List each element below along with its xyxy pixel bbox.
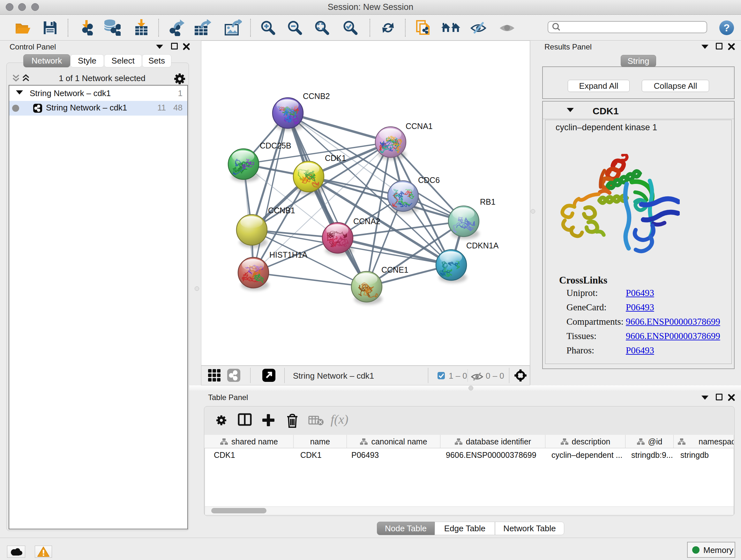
svg-text:CCNA2: CCNA2 [353, 217, 381, 226]
svg-text:CCNA1: CCNA1 [406, 122, 433, 131]
svg-text:CDC6: CDC6 [418, 176, 440, 185]
svg-text:RB1: RB1 [480, 197, 495, 206]
svg-text:HIST1H1A: HIST1H1A [269, 250, 308, 259]
svg-text:CCNB1: CCNB1 [268, 206, 295, 215]
svg-text:CDKN1A: CDKN1A [466, 241, 499, 250]
svg-text:CCNE1: CCNE1 [381, 265, 408, 274]
svg-text:CDK1: CDK1 [325, 153, 346, 163]
svg-text:CCNB2: CCNB2 [303, 91, 330, 101]
svg-text:CDC25B: CDC25B [260, 141, 291, 150]
